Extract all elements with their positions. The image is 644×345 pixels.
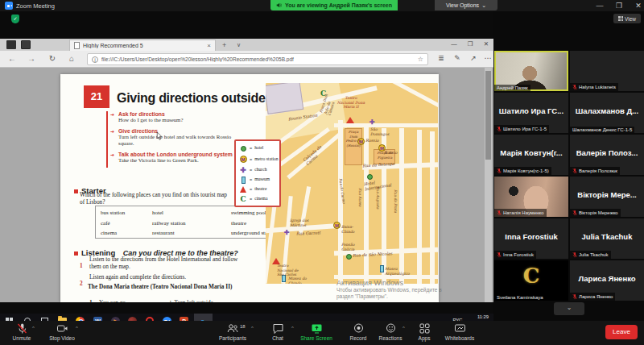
chevron-up-icon[interactable]: ^ — [291, 326, 294, 330]
chevron-down-icon: ⌄ — [481, 2, 486, 9]
map-label: Rua Garrett — [296, 231, 324, 236]
bullet-icon — [74, 251, 78, 256]
museum-icon — [380, 265, 384, 272]
participant-tile[interactable]: Julia Tkachuk Julia Tkachuk — [570, 218, 644, 259]
church-icon: ✚ — [284, 230, 290, 236]
metro-icon: M — [333, 222, 341, 229]
annotate-pen-icon[interactable]: ✎ — [451, 54, 464, 62]
home-button[interactable]: ⌂ — [66, 54, 77, 63]
chevron-up-icon[interactable]: ^ — [76, 326, 78, 330]
camera-icon — [56, 322, 68, 335]
view-options-button[interactable]: View Options⌄ — [435, 0, 497, 10]
muted-mic-icon — [572, 84, 577, 90]
pdf-document-icon — [74, 42, 80, 49]
theatre-title: The Dona Maria theatre (Teatro Nacional … — [88, 284, 281, 291]
muted-mic-icon — [572, 251, 577, 258]
url-field[interactable]: i file:///C:/Users/User/Desktop/open%20l… — [87, 53, 428, 65]
chat-icon — [272, 322, 284, 335]
screen-share-banner: You are viewing Андрей Пазяк's screen — [270, 0, 398, 10]
share-screen-button[interactable]: Share Screen — [295, 322, 338, 341]
participant-tile[interactable]: Шатило Ира ГС... Шатило Ира ГС-1-5 — [494, 93, 568, 133]
unmute-button[interactable]: Unmute — [0, 322, 43, 341]
tab-close-icon[interactable]: × — [207, 42, 211, 49]
share-icon[interactable]: ↗ — [467, 54, 480, 62]
page-title: Giving directions outside — [117, 91, 266, 106]
participant-tile[interactable]: Шалахманов Д... Шалахманов Денис ГС-1-5 — [570, 93, 644, 133]
participant-tile[interactable]: Вікторія Мере... Вікторія Мережко — [570, 177, 644, 217]
map-label: Praça Dom Pedro IV (Rossio) — [345, 130, 361, 148]
tab-title: Highly Recommended 5 — [83, 43, 204, 48]
cinema-icon: C — [240, 196, 246, 203]
museum-icon — [242, 177, 246, 184]
participant-name: Julia Tkachuk — [579, 252, 609, 257]
participant-tile[interactable]: Андрей Пазяк — [494, 51, 568, 91]
favorites-hub-icon[interactable]: ≣ — [435, 54, 448, 62]
participant-tile[interactable]: Наталія Науменко — [494, 177, 568, 217]
record-icon — [353, 322, 365, 335]
map-label: São Domingos — [370, 127, 393, 136]
scrollbar-thumb[interactable] — [485, 71, 491, 160]
browser-restore-button[interactable]: ❐ — [464, 40, 477, 48]
participant-tile[interactable]: Марія Ковтун(г... Марія Ковтун(гс-1-5) — [494, 135, 568, 175]
metro-icon: M — [240, 156, 247, 163]
whiteboards-button[interactable]: Whiteboards — [438, 322, 481, 341]
zoom-logo-icon — [5, 2, 13, 10]
meeting-info-shield-icon[interactable]: ✓ — [11, 15, 19, 23]
browser-close-button[interactable]: ✕ — [480, 40, 493, 48]
browser-tab[interactable]: Highly Recommended 5 × — [69, 39, 216, 51]
url-text: file:///C:/Users/User/Desktop/open%20les… — [101, 56, 415, 62]
chevron-up-icon[interactable]: ^ — [32, 326, 35, 330]
map-label: Rua da Prata — [393, 189, 398, 213]
back-button[interactable]: ← — [6, 54, 18, 63]
gap-fill-line: 1 You can go ...........................… — [89, 293, 283, 302]
restore-button[interactable]: ❐ — [610, 0, 628, 11]
objective-item: ➔ Ask for directions How do I get to the… — [111, 111, 266, 123]
minimize-button[interactable]: — — [591, 0, 609, 11]
map-label: Teatro Nacional de São Carlos — [277, 264, 303, 277]
participants-panel: Андрей Пазяк Halyna Lukianets Шатило Ира… — [493, 11, 644, 321]
participants-button[interactable]: Participants — [211, 322, 254, 341]
church-icon: ✚ — [240, 167, 246, 174]
map-label: Museu Arqueológico — [385, 267, 409, 276]
zoom-toolbar: Unmute ^ Stop Video ^ Participants 18 ^ … — [0, 321, 644, 345]
chevron-down-icon: ⌄ — [567, 304, 572, 311]
more-options-icon[interactable]: ⋯ — [481, 54, 494, 62]
participant-name: Андрей Пазяк — [497, 85, 528, 90]
page-info-icon[interactable]: i — [92, 56, 98, 63]
participants-count-badge: 18 — [240, 324, 246, 329]
browser-minimize-button[interactable]: — — [448, 40, 460, 48]
map-label: Rua Augusta — [375, 186, 380, 209]
muted-mic-icon — [497, 126, 502, 132]
participant-tile[interactable]: Inna Forostiuk Inna Forostiuk — [494, 218, 568, 259]
close-button[interactable]: ✕ — [630, 0, 644, 11]
participant-tile[interactable]: Лариса Яненко Лариса Яненко — [570, 260, 644, 301]
participant-tile[interactable]: Halyna Lukianets — [570, 51, 644, 91]
forward-button[interactable]: → — [26, 54, 37, 63]
tab-menu-icon[interactable]: ∨ — [237, 42, 241, 48]
bullet-icon — [74, 189, 78, 193]
map-label: Rua Áurea — [357, 188, 362, 206]
leave-button[interactable]: Leave — [605, 325, 638, 339]
participant-name: Вікторія Мережко — [579, 210, 618, 215]
new-tab-button[interactable]: + — [222, 41, 226, 49]
textbook-page: 21 Giving directions outside ➔ Ask for d… — [60, 74, 439, 302]
pdf-viewer-area: 21 Giving directions outside ➔ Ask for d… — [0, 68, 493, 302]
participant-name: Svetlana Kaminskaya — [497, 295, 543, 300]
avatar: C — [494, 264, 568, 288]
listening-item: 1 Listen to the directions from the Hote… — [80, 256, 265, 271]
participant-tile[interactable]: Валерія Полоз... Валерія Полозюк — [570, 135, 644, 175]
participant-tile[interactable]: C Svetlana Kaminskaya — [494, 260, 568, 301]
muted-mic-icon — [497, 168, 502, 174]
favorite-star-icon[interactable]: ☆ — [418, 56, 423, 63]
more-participants-button[interactable]: ⌄ — [554, 302, 584, 315]
view-layout-button[interactable]: View — [613, 14, 641, 23]
chevron-up-icon[interactable]: ^ — [251, 326, 254, 330]
window-icon — [6, 40, 16, 49]
map-label: Pensão Galicia — [341, 243, 361, 251]
refresh-button[interactable]: ↻ — [47, 54, 58, 63]
map-label: Praça da Figueira — [375, 151, 394, 160]
muted-mic-icon — [16, 322, 28, 335]
map-legend: =hotel M=metro station ✚=church =museum … — [234, 139, 281, 207]
arrow-icon: ➔ — [110, 111, 114, 117]
unit-number: 21 — [84, 85, 109, 108]
